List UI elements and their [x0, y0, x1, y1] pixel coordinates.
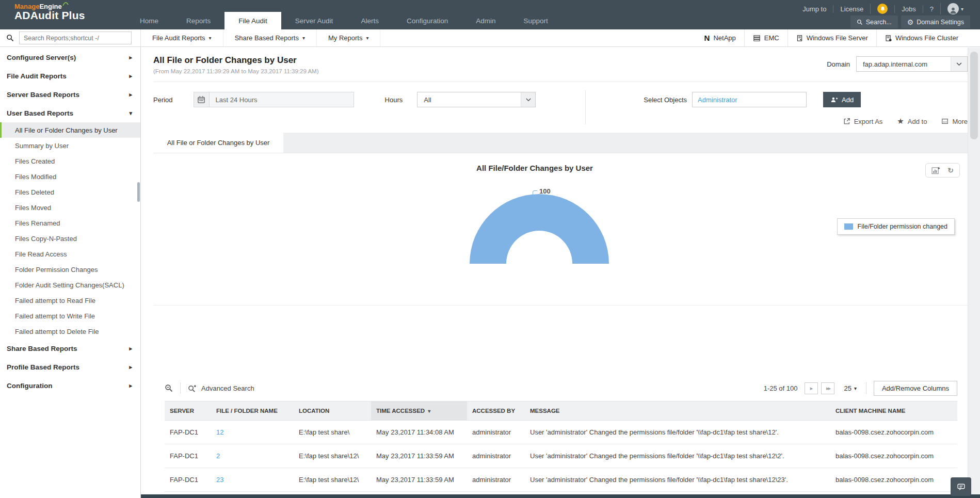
add-remove-columns-button[interactable]: Add/Remove Columns	[874, 381, 957, 396]
help-button[interactable]: ?	[923, 5, 940, 13]
menu-file-audit-reports[interactable]: File Audit Reports▾	[141, 29, 223, 46]
sidebar-item-files-copy-n-pasted[interactable]: Files Copy-N-Pasted	[0, 231, 140, 246]
jobs-link[interactable]: Jobs	[894, 5, 922, 13]
sidebar-scrollbar-thumb[interactable]	[137, 182, 140, 202]
sidebar-item-configured-servers[interactable]: Configured Server(s)▸	[0, 48, 140, 67]
bottom-bar	[141, 494, 980, 498]
sidebar-item-all-file-folder-changes[interactable]: All File or Folder Changes by User	[0, 122, 140, 138]
tab-configuration[interactable]: Configuration	[393, 12, 462, 29]
sidebar-item-summary-by-user[interactable]: Summary by User	[0, 138, 140, 153]
refresh-chart-icon[interactable]: ↻	[947, 166, 954, 174]
col-header-message[interactable]: MESSAGE	[525, 401, 830, 421]
user-avatar-icon[interactable]	[947, 3, 959, 14]
windows-file-cluster-link[interactable]: Windows File Cluster	[876, 29, 967, 46]
page-size-select[interactable]: 25 ▾	[844, 384, 857, 392]
half-donut-chart[interactable]	[470, 194, 609, 264]
col-header-client-machine-name[interactable]: CLIENT MACHINE NAME	[830, 401, 957, 421]
cell-accessed-by: administrator	[467, 444, 525, 468]
global-search-button[interactable]: Search...	[850, 15, 898, 28]
caret-down-icon: ▾	[209, 35, 212, 41]
calendar-icon[interactable]	[194, 92, 210, 107]
search-plus-icon	[188, 384, 197, 392]
table-row: FAP-DC1 23 E:\fap test share\12\ May 23,…	[165, 468, 957, 492]
bell-icon[interactable]	[877, 4, 888, 14]
cell-location: E:\fap test share\12\	[294, 468, 371, 492]
license-link[interactable]: License	[833, 5, 870, 13]
sidebar-item-profile-based-reports[interactable]: Profile Based Reports▸	[0, 358, 140, 376]
more-button[interactable]: More	[941, 118, 968, 125]
product-name: ADAudit Plus	[14, 9, 85, 22]
col-header-location[interactable]: LOCATION	[294, 401, 371, 421]
sidebar-item-failed-read-file[interactable]: Failed attempt to Read File	[0, 293, 140, 308]
sidebar-item-files-moved[interactable]: Files Moved	[0, 200, 140, 215]
emc-link[interactable]: EMC	[744, 29, 788, 46]
file-name-link[interactable]: 12	[211, 421, 294, 444]
tab-admin[interactable]: Admin	[462, 12, 509, 29]
export-as-button[interactable]: Export As	[843, 118, 883, 125]
jump-to-link[interactable]: Jump to	[796, 5, 833, 13]
sidebar-item-failed-delete-file[interactable]: Failed attempt to Delete File	[0, 324, 140, 339]
sidebar-item-configuration[interactable]: Configuration▸	[0, 376, 140, 395]
notification-item[interactable]	[870, 4, 894, 14]
tab-reports[interactable]: Reports	[172, 12, 224, 29]
netapp-link[interactable]: N NetApp	[696, 29, 744, 46]
domain-select[interactable]: fap.adap.internal.com	[856, 56, 968, 72]
content-tab-strip: All File or Folder Changes by User	[153, 133, 968, 153]
sidebar-item-file-audit-reports[interactable]: File Audit Reports▸	[0, 67, 140, 85]
add-to-button[interactable]: ★ Add to	[897, 117, 927, 126]
sidebar-item-files-modified[interactable]: Files Modified	[0, 169, 140, 184]
next-page-button[interactable]: ▸	[805, 382, 818, 394]
tab-file-audit[interactable]: File Audit	[224, 12, 281, 29]
column-search-icon[interactable]	[165, 384, 173, 392]
chevron-down-icon	[951, 57, 967, 71]
chart-data-label: 100	[533, 187, 551, 195]
file-name-link[interactable]: 23	[211, 468, 294, 492]
tab-home[interactable]: Home	[126, 12, 172, 29]
search-icon[interactable]	[6, 34, 14, 42]
page-scrollbar[interactable]	[968, 47, 980, 494]
export-icon	[843, 118, 850, 125]
period-input[interactable]: Last 24 Hours	[210, 92, 354, 107]
secondary-toolbar: File Audit Reports▾ Share Based Reports▾…	[0, 29, 980, 47]
sidebar-item-share-based-reports[interactable]: Share Based Reports▸	[0, 339, 140, 358]
sidebar-item-user-based-reports[interactable]: User Based Reports▾	[0, 104, 140, 122]
sidebar-item-files-deleted[interactable]: Files Deleted	[0, 184, 140, 200]
file-name-link[interactable]: 2	[211, 444, 294, 468]
reports-sidebar: Configured Server(s)▸ File Audit Reports…	[0, 47, 141, 498]
sidebar-item-folder-audit-setting-changes[interactable]: Folder Audit Setting Changes(SACL)	[0, 277, 140, 293]
last-page-button[interactable]: ▸▸	[821, 382, 834, 394]
col-header-accessed-by[interactable]: ACCESSED BY	[467, 401, 525, 421]
col-header-server[interactable]: SERVER	[165, 401, 211, 421]
add-object-button[interactable]: Add	[823, 92, 861, 107]
chat-button[interactable]	[951, 477, 971, 496]
sidebar-item-file-read-access[interactable]: File Read Access	[0, 246, 140, 262]
tab-all-file-folder-changes[interactable]: All File or Folder Changes by User	[153, 133, 283, 153]
report-search-input[interactable]	[19, 31, 132, 44]
windows-file-server-link[interactable]: Windows File Server	[788, 29, 876, 46]
chart-legend[interactable]: File/Folder permission changed	[837, 218, 955, 235]
col-header-time-accessed[interactable]: TIME ACCESSED▾	[371, 401, 467, 421]
sidebar-item-folder-permission-changes[interactable]: Folder Permission Changes	[0, 262, 140, 277]
menu-my-reports[interactable]: My Reports▾	[317, 29, 381, 46]
page-scrollbar-thumb[interactable]	[970, 52, 978, 139]
chevron-right-icon: ▸	[129, 382, 132, 389]
chevron-right-icon: ▸	[129, 73, 132, 79]
sidebar-item-files-created[interactable]: Files Created	[0, 153, 140, 169]
sidebar-item-server-based-reports[interactable]: Server Based Reports▸	[0, 85, 140, 104]
menu-share-based-reports[interactable]: Share Based Reports▾	[223, 29, 317, 46]
cell-message: User 'administrator' Changed the permiss…	[525, 421, 830, 444]
change-chart-type-icon[interactable]	[931, 167, 940, 174]
advanced-search-button[interactable]: Advanced Search	[188, 384, 254, 392]
sidebar-item-failed-write-file[interactable]: Failed attempt to Write File	[0, 308, 140, 324]
tab-server-audit[interactable]: Server Audit	[281, 12, 347, 29]
hours-select[interactable]: All	[417, 92, 536, 107]
user-menu[interactable]: ▾	[940, 3, 970, 14]
tab-support[interactable]: Support	[509, 12, 561, 29]
cell-message: User 'administrator' Changed the permiss…	[525, 444, 830, 468]
domain-settings-button[interactable]: ⚙ Domain Settings	[901, 15, 970, 28]
select-objects-input[interactable]	[692, 92, 807, 107]
tab-alerts[interactable]: Alerts	[347, 12, 393, 29]
col-header-file-folder-name[interactable]: FILE / FOLDER NAME	[211, 401, 294, 421]
sidebar-item-files-renamed[interactable]: Files Renamed	[0, 215, 140, 231]
main-nav: Home Reports File Audit Server Audit Ale…	[126, 12, 562, 29]
